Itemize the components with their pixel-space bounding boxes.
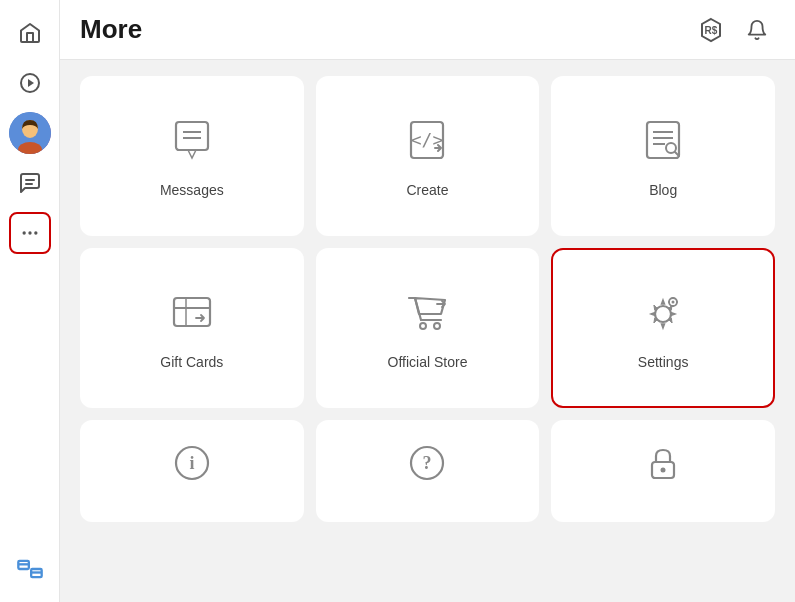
grid-item-settings[interactable]: Settings	[551, 248, 775, 408]
page-title: More	[80, 14, 142, 45]
sidebar-item-home[interactable]	[9, 12, 51, 54]
grid-item-blog[interactable]: Blog	[551, 76, 775, 236]
gift-cards-icon	[166, 286, 218, 342]
content-area: Messages </> Create	[60, 60, 795, 602]
grid-item-create[interactable]: </> Create	[316, 76, 540, 236]
svg-point-31	[434, 323, 440, 329]
messages-icon	[166, 114, 218, 170]
sidebar-item-avatar[interactable]	[9, 112, 51, 154]
svg-point-34	[672, 301, 675, 304]
help-icon: ?	[406, 442, 448, 488]
notifications-button[interactable]	[739, 12, 775, 48]
header-icons: R$	[693, 12, 775, 48]
blog-label: Blog	[649, 182, 677, 198]
items-grid: Messages </> Create	[80, 76, 775, 522]
svg-text:?: ?	[423, 453, 432, 473]
grid-item-messages[interactable]: Messages	[80, 76, 304, 236]
svg-marker-1	[28, 79, 34, 87]
header: More R$	[60, 0, 795, 60]
sidebar	[0, 0, 60, 602]
grid-item-official-store[interactable]: Official Store	[316, 248, 540, 408]
sidebar-item-more[interactable]	[9, 212, 51, 254]
create-label: Create	[406, 182, 448, 198]
svg-point-44	[661, 468, 666, 473]
svg-rect-16	[176, 122, 208, 150]
svg-point-7	[22, 231, 25, 234]
svg-point-8	[28, 231, 31, 234]
svg-point-9	[34, 231, 37, 234]
sidebar-item-chat[interactable]	[9, 162, 51, 204]
official-store-icon	[401, 286, 453, 342]
settings-label: Settings	[638, 354, 689, 370]
sidebar-item-robux[interactable]	[9, 548, 51, 590]
grid-item-gift-cards[interactable]: Gift Cards	[80, 248, 304, 408]
messages-label: Messages	[160, 182, 224, 198]
sidebar-item-discover[interactable]	[9, 62, 51, 104]
settings-icon	[637, 286, 689, 342]
blog-icon	[637, 114, 689, 170]
create-icon: </>	[401, 114, 453, 170]
svg-text:i: i	[189, 453, 194, 473]
svg-point-32	[655, 306, 671, 322]
main-area: More R$	[60, 0, 795, 602]
lock-icon	[642, 442, 684, 488]
svg-text:R$: R$	[705, 25, 718, 36]
info-icon: i	[171, 442, 213, 488]
gift-cards-label: Gift Cards	[160, 354, 223, 370]
official-store-label: Official Store	[388, 354, 468, 370]
robux-button[interactable]: R$	[693, 12, 729, 48]
grid-item-lock[interactable]	[551, 420, 775, 522]
grid-item-help[interactable]: ?	[316, 420, 540, 522]
grid-item-info[interactable]: i	[80, 420, 304, 522]
svg-point-30	[420, 323, 426, 329]
svg-rect-27	[174, 298, 210, 326]
